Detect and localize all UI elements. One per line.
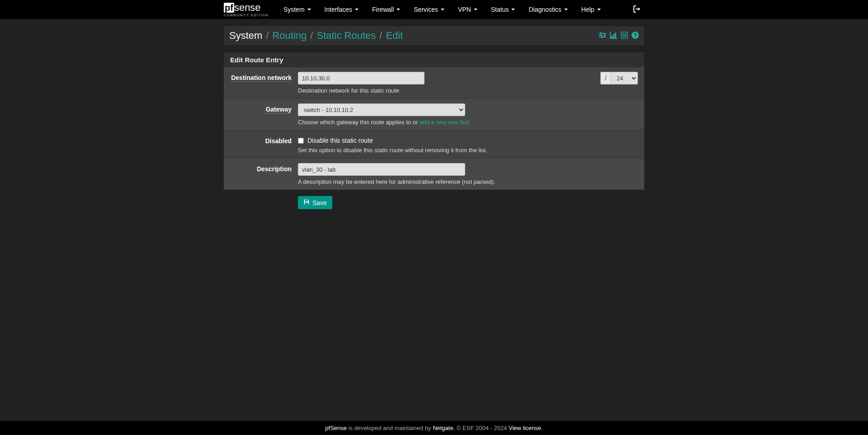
crumb-system: System xyxy=(229,30,262,42)
logo-pf: pf xyxy=(224,3,234,13)
breadcrumb: System / Routing / Static Routes / Edit xyxy=(229,30,403,42)
edit-route-panel: Edit Route Entry Destination network / 2… xyxy=(224,52,644,190)
chevron-down-icon xyxy=(355,9,359,10)
crumb-static-routes[interactable]: Static Routes xyxy=(316,30,376,42)
nav-vpn[interactable]: VPN xyxy=(451,1,484,18)
row-destination-network: Destination network / 24 Destination net… xyxy=(224,67,644,99)
help-destination: Destination network for this static rout… xyxy=(298,87,638,94)
logout-icon[interactable] xyxy=(630,2,644,18)
settings-sliders-icon[interactable] xyxy=(599,32,606,40)
save-icon xyxy=(303,199,310,206)
help-icon[interactable]: ? xyxy=(632,32,639,40)
disabled-checkbox-row[interactable]: Disable this static route xyxy=(298,135,638,144)
cidr-slash-label: / xyxy=(600,72,611,84)
chevron-down-icon xyxy=(474,9,477,10)
footer: pfSense is developed and maintained by N… xyxy=(0,421,868,435)
row-gateway: Gateway switch - 10.10.10.2 Choose which… xyxy=(224,99,644,131)
chevron-down-icon xyxy=(511,9,515,10)
disabled-checkbox[interactable] xyxy=(298,138,304,144)
logo-edition: COMMUNITY EDITION xyxy=(224,14,269,17)
chevron-down-icon xyxy=(307,9,311,10)
header-action-icons: ? xyxy=(599,32,639,40)
gateway-select[interactable]: switch - 10.10.10.2 xyxy=(298,103,465,116)
description-input[interactable] xyxy=(298,163,465,176)
nav-firewall[interactable]: Firewall xyxy=(365,1,407,18)
label-gateway: Gateway xyxy=(230,103,298,126)
row-disabled: Disabled Disable this static route Set t… xyxy=(224,131,644,159)
add-gateway-link[interactable]: add a new one first xyxy=(420,119,469,126)
nav-services[interactable]: Services xyxy=(407,1,451,18)
crumb-edit[interactable]: Edit xyxy=(386,30,403,42)
chevron-down-icon xyxy=(597,9,601,10)
chevron-down-icon xyxy=(564,9,568,10)
footer-pfsense: pfSense xyxy=(325,425,347,431)
nav-help[interactable]: Help xyxy=(575,1,608,18)
nav-interfaces[interactable]: Interfaces xyxy=(318,1,365,18)
nav-diagnostics[interactable]: Diagnostics xyxy=(522,1,574,18)
help-description: A description may be entered here for ad… xyxy=(298,178,638,185)
row-description: Description A description may be entered… xyxy=(224,159,644,190)
nav-status[interactable]: Status xyxy=(484,1,522,18)
label-description: Description xyxy=(230,163,298,185)
save-button[interactable]: Save xyxy=(298,196,332,209)
status-chart-icon[interactable] xyxy=(610,32,617,40)
footer-license-link[interactable]: View license. xyxy=(509,425,543,431)
svg-text:?: ? xyxy=(634,33,637,38)
chevron-down-icon xyxy=(396,9,400,10)
label-destination-network: Destination network xyxy=(230,72,298,94)
destination-network-input[interactable] xyxy=(298,72,425,84)
nav-system[interactable]: System xyxy=(277,1,318,18)
cidr-select[interactable]: 24 xyxy=(611,72,638,84)
chevron-down-icon xyxy=(441,9,444,10)
log-list-icon[interactable] xyxy=(621,32,628,40)
disabled-checkbox-label: Disable this static route xyxy=(307,137,373,144)
help-disabled: Set this option to disable this static r… xyxy=(298,147,638,154)
page-header: System / Routing / Static Routes / Edit … xyxy=(224,26,644,45)
logo-sense: sense xyxy=(234,2,261,13)
brand-logo[interactable]: pfsense COMMUNITY EDITION xyxy=(224,3,269,17)
crumb-routing[interactable]: Routing xyxy=(272,30,307,42)
footer-netgate-link[interactable]: Netgate. xyxy=(433,425,455,431)
label-disabled: Disabled xyxy=(230,135,298,154)
help-gateway: Choose which gateway this route applies … xyxy=(298,119,638,126)
save-label: Save xyxy=(312,199,327,206)
panel-heading: Edit Route Entry xyxy=(224,52,644,67)
top-navbar: pfsense COMMUNITY EDITION System Interfa… xyxy=(0,0,868,19)
